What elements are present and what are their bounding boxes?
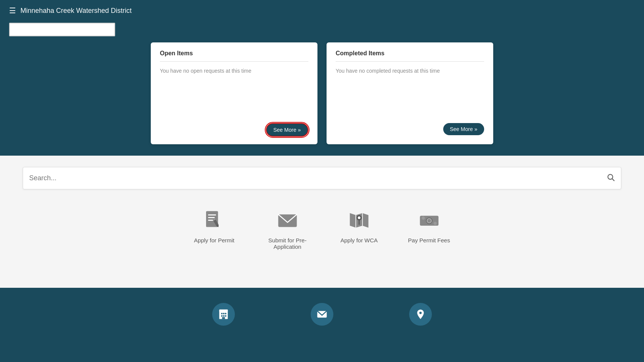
footer-location <box>409 303 432 326</box>
svg-point-31 <box>419 312 422 314</box>
apply-for-wca-label: Apply for WCA <box>341 237 378 243</box>
svg-rect-28 <box>225 315 227 317</box>
chevron-right-icon: » <box>298 127 301 133</box>
completed-items-footer: See More » <box>336 123 484 135</box>
footer-mail-button[interactable] <box>311 303 333 326</box>
open-items-see-more-button[interactable]: See More » <box>266 123 309 137</box>
pay-permit-fees-label: Pay Permit Fees <box>408 237 450 243</box>
footer-mail <box>311 303 333 326</box>
open-items-card: Open Items You have no open requests at … <box>151 42 317 144</box>
svg-point-19 <box>421 217 425 220</box>
actions-grid: Apply for Permit Submit for Pre-Applicat… <box>23 204 621 265</box>
header: ☰ Minnehaha Creek Watershed District <box>0 0 644 21</box>
footer-building-button[interactable] <box>212 303 235 326</box>
svg-rect-27 <box>223 315 225 317</box>
apply-for-permit-action[interactable]: Apply for Permit <box>194 208 234 250</box>
svg-rect-26 <box>221 315 223 317</box>
map-pin-icon <box>347 208 371 232</box>
svg-rect-24 <box>223 313 225 314</box>
open-items-empty: You have no open requests at this time <box>160 68 308 117</box>
money-icon <box>417 208 441 232</box>
svg-line-1 <box>612 179 614 181</box>
open-items-see-more-label: See More <box>274 127 297 133</box>
footer-location-button[interactable] <box>409 303 432 326</box>
header-search-input[interactable] <box>9 23 115 36</box>
apply-for-permit-label: Apply for Permit <box>194 237 234 243</box>
pay-permit-fees-action[interactable]: Pay Permit Fees <box>408 208 450 250</box>
search-bar-wrapper <box>23 167 621 189</box>
completed-items-see-more-button[interactable]: See More » <box>443 123 485 135</box>
building-icon <box>218 309 229 320</box>
search-icon[interactable] <box>606 173 615 184</box>
svg-rect-5 <box>208 220 214 221</box>
svg-rect-25 <box>225 313 227 314</box>
svg-rect-29 <box>222 317 225 319</box>
completed-items-empty: You have no completed requests at this t… <box>336 68 484 117</box>
svg-point-14 <box>358 217 360 219</box>
mail-footer-icon <box>316 309 328 320</box>
svg-point-20 <box>433 222 437 225</box>
main-content: Apply for Permit Submit for Pre-Applicat… <box>0 156 644 288</box>
site-title: Minnehaha Creek Watershed District <box>20 7 131 15</box>
svg-rect-23 <box>221 313 223 314</box>
hamburger-icon[interactable]: ☰ <box>9 6 16 15</box>
footer-building <box>212 303 235 326</box>
completed-items-card: Completed Items You have no completed re… <box>327 42 493 144</box>
apply-for-wca-action[interactable]: Apply for WCA <box>341 208 378 250</box>
footer <box>0 288 644 333</box>
svg-rect-4 <box>208 217 215 218</box>
submit-pre-application-label: Submit for Pre-Application <box>265 237 310 250</box>
permit-icon <box>202 208 226 232</box>
svg-rect-3 <box>208 214 216 215</box>
completed-items-title: Completed Items <box>336 50 484 62</box>
header-search-area <box>9 23 635 36</box>
open-items-title: Open Items <box>160 50 308 62</box>
location-footer-icon <box>415 309 426 320</box>
svg-point-18 <box>427 219 431 223</box>
open-items-footer: See More » <box>160 123 308 137</box>
envelope-icon <box>275 208 300 232</box>
search-input[interactable] <box>29 167 606 189</box>
chevron-right-icon: » <box>474 126 477 132</box>
svg-rect-22 <box>219 310 228 312</box>
cards-section: Open Items You have no open requests at … <box>0 42 644 156</box>
completed-items-see-more-label: See More <box>450 126 473 132</box>
submit-pre-application-action[interactable]: Submit for Pre-Application <box>265 208 310 250</box>
